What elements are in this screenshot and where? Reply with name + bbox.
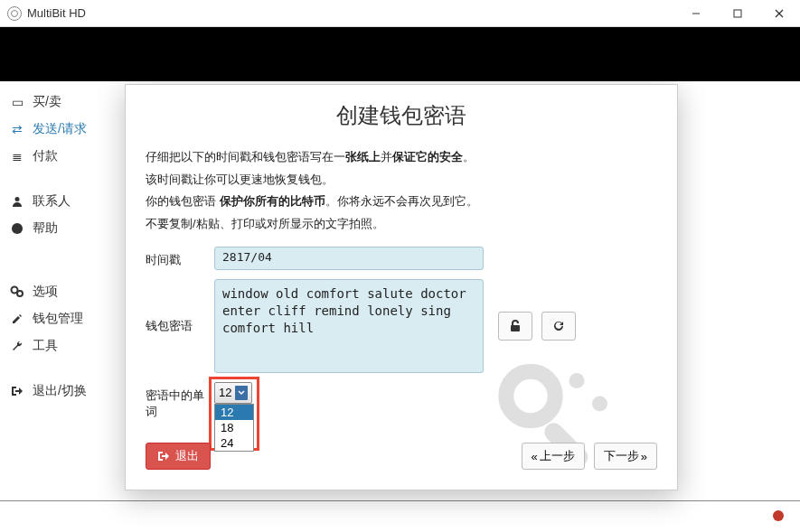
instr-text: 该时间戳让你可以更速地恢复钱包。 — [146, 169, 657, 191]
instr-text: 。 — [463, 150, 475, 163]
sidebar-item-label: 钱包管理 — [33, 311, 83, 327]
sidebar-item-label: 发送/请求 — [33, 121, 87, 137]
gears-icon — [9, 285, 25, 298]
sidebar-item-label: 退出/切换 — [33, 383, 87, 399]
svg-rect-1 — [734, 10, 741, 17]
wordcount-option-12[interactable]: 12 — [215, 405, 253, 420]
prev-button[interactable]: «上一步 — [522, 443, 585, 470]
sidebar: ▭买/卖 ⇄发送/请求 ≣付款 联系人 帮助 选项 钱包管理 工具 退出/切换 — [0, 81, 118, 501]
sidebar-item-label: 帮助 — [33, 220, 58, 237]
wordcount-option-18[interactable]: 18 — [215, 420, 253, 435]
svg-point-4 — [15, 197, 20, 201]
card-icon: ▭ — [9, 95, 25, 109]
titlebar: MultiBit HD — [0, 0, 800, 27]
instr-text: 不要复制/粘贴、打印或对所显示的文字拍照。 — [146, 213, 657, 236]
wordcount-dropdown: 12 18 24 — [214, 404, 254, 452]
app-icon — [7, 6, 22, 21]
signout-icon — [9, 385, 25, 397]
sidebar-item-label: 选项 — [33, 284, 58, 300]
app-title: MultiBit HD — [27, 6, 86, 20]
lock-button[interactable] — [498, 312, 532, 341]
sidebar-item-label: 买/卖 — [33, 94, 61, 110]
signout-icon — [157, 450, 170, 462]
dialog-title: 创建钱包密语 — [146, 101, 657, 130]
sidebar-item-label: 工具 — [33, 338, 58, 354]
sidebar-item-payments[interactable]: ≣付款 — [0, 143, 117, 170]
button-label: 下一步 — [604, 448, 639, 464]
sidebar-item-options[interactable]: 选项 — [0, 278, 117, 305]
timestamp-field[interactable]: 2817/04 — [214, 247, 484, 270]
instr-bold: 张纸上 — [345, 150, 381, 163]
timestamp-label: 时间戳 — [146, 247, 214, 268]
exit-button[interactable]: 退出 — [146, 443, 211, 470]
sidebar-item-help[interactable]: 帮助 — [0, 215, 117, 242]
select-value: 12 — [219, 386, 231, 399]
create-wallet-seed-dialog: 创建钱包密语 仔细把以下的时间戳和钱包密语写在一张纸上并保证它的安全。 该时间戳… — [125, 84, 678, 490]
chevron-right-icon: » — [641, 450, 647, 463]
instructions: 仔细把以下的时间戳和钱包密语写在一张纸上并保证它的安全。 该时间戳让你可以更速地… — [146, 146, 657, 236]
button-label: 退出 — [175, 448, 199, 464]
instr-bold: 保证它的安全 — [392, 150, 463, 163]
help-icon — [9, 222, 25, 235]
sidebar-item-buy-sell[interactable]: ▭买/卖 — [0, 89, 117, 116]
wordcount-select[interactable]: 12 — [214, 382, 252, 404]
instr-text: 并 — [381, 150, 392, 163]
sidebar-item-send-request[interactable]: ⇄发送/请求 — [0, 116, 117, 143]
status-indicator — [773, 510, 784, 521]
wordcount-option-24[interactable]: 24 — [215, 435, 253, 451]
svg-point-7 — [17, 291, 23, 296]
sidebar-item-label: 联系人 — [33, 193, 71, 210]
edit-icon — [9, 313, 25, 325]
transfer-icon: ⇄ — [9, 122, 25, 136]
instr-text: 仔细把以下的时间戳和钱包密语写在一 — [146, 150, 345, 163]
sidebar-item-exit-switch[interactable]: 退出/切换 — [0, 378, 117, 405]
next-button[interactable]: 下一步» — [594, 443, 657, 470]
sidebar-item-label: 付款 — [33, 148, 58, 164]
svg-rect-12 — [511, 325, 520, 331]
chevron-down-icon — [235, 386, 248, 400]
sidebar-item-contacts[interactable]: 联系人 — [0, 188, 117, 215]
header-bar — [0, 27, 800, 81]
maximize-button[interactable] — [717, 0, 758, 27]
chevron-left-icon: « — [532, 450, 538, 463]
list-icon: ≣ — [9, 149, 25, 163]
wordcount-label: 密语中的单词 — [146, 382, 214, 420]
instr-bold: 保护你所有的比特币 — [220, 194, 325, 208]
seed-label: 钱包密语 — [146, 318, 214, 334]
button-label: 上一步 — [540, 448, 575, 464]
sidebar-item-tools[interactable]: 工具 — [0, 332, 117, 359]
instr-text: 你的钱包密语 — [146, 194, 220, 208]
svg-point-5 — [12, 223, 23, 234]
divider — [0, 500, 800, 501]
minimize-button[interactable] — [675, 0, 717, 27]
user-icon — [9, 195, 25, 208]
close-button[interactable] — [758, 0, 800, 27]
instr-text: 。你将永远不会再次见到它。 — [325, 194, 478, 208]
wrench-icon — [9, 340, 25, 352]
seed-field[interactable]: window old comfort salute doctor enter c… — [214, 279, 484, 373]
sidebar-item-wallet-manage[interactable]: 钱包管理 — [0, 305, 117, 332]
refresh-button[interactable] — [541, 312, 576, 341]
